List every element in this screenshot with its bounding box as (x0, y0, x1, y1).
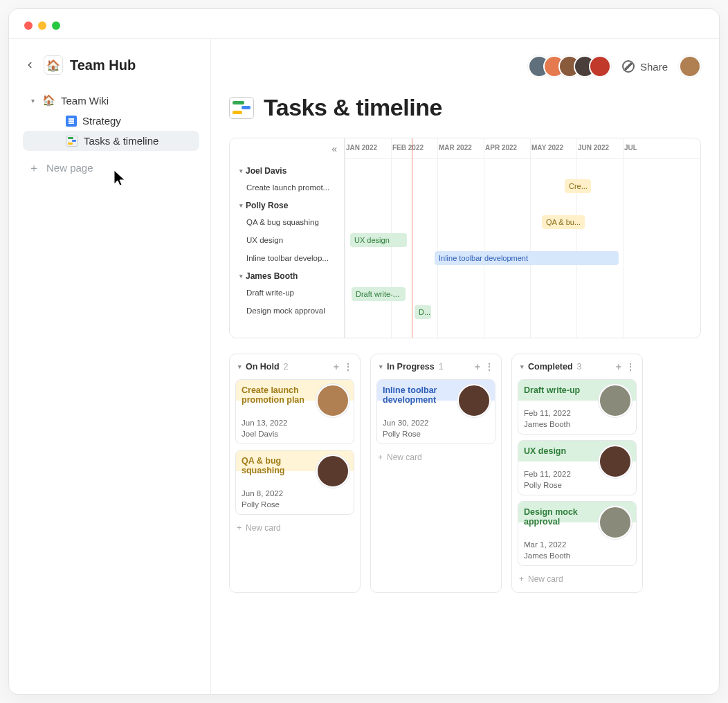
plus-icon: ＋ (28, 163, 39, 174)
timeline-task-row: UX design (345, 231, 700, 249)
timeline-task-label[interactable]: UX design (239, 231, 338, 249)
timeline-icon (229, 97, 254, 119)
board-column: ▾In Progress1+⋮Inline toolbar developmen… (370, 354, 502, 593)
board-card[interactable]: QA & bug squashingJun 8, 2022Polly Rose (235, 450, 354, 515)
close-icon[interactable] (24, 21, 33, 30)
card-assignee: Joel Davis (242, 430, 348, 438)
avatar-stack[interactable] (535, 55, 611, 77)
tree-label: Tasks & timeline (84, 135, 158, 147)
timeline-task-label[interactable]: Inline toolbar develop... (239, 249, 338, 267)
timeline-month: FEB 2022 (391, 138, 437, 158)
chevron-down-icon: ▾ (28, 96, 37, 104)
add-card-icon[interactable]: + (616, 361, 621, 372)
timeline-gantt[interactable]: JAN 2022FEB 2022MAR 2022APR 2022MAY 2022… (345, 138, 700, 338)
sidebar-item-strategy[interactable]: Strategy (23, 111, 199, 131)
board-title: Completed (528, 362, 573, 372)
timeline-bar[interactable]: Cre... (565, 179, 591, 193)
current-user-avatar[interactable] (679, 55, 701, 77)
board-count: 3 (577, 362, 582, 372)
timeline-task-label[interactable]: Design mock approval (239, 302, 338, 320)
card-assignee: Polly Rose (242, 500, 348, 509)
more-icon[interactable]: ⋮ (626, 361, 635, 372)
hub-icon: 🏠 (44, 55, 63, 75)
timeline-month: JUN 2022 (576, 138, 623, 158)
chevron-down-icon: ▾ (238, 363, 242, 370)
timeline-group-label: James Booth (246, 271, 298, 281)
board-header[interactable]: ▾In Progress1+⋮ (376, 360, 495, 374)
plus-icon: + (519, 574, 524, 584)
share-button[interactable]: Share (622, 60, 668, 73)
timeline-bar[interactable]: Inline toolbar development (435, 251, 619, 265)
timeline-month: MAY 2022 (530, 138, 576, 158)
board-header[interactable]: ▾On Hold2+⋮ (235, 360, 354, 374)
board-header[interactable]: ▾Completed3+⋮ (518, 360, 637, 374)
timeline-group[interactable]: ▾Joel Davis (239, 166, 338, 176)
today-line (412, 138, 412, 338)
timeline-task-row: Cre... (345, 177, 700, 195)
sidebar-tree: ▾ 🏠 Team Wiki Strategy Tasks & timeline … (23, 90, 199, 178)
chevron-down-icon: ▾ (379, 363, 383, 370)
card-date: Jun 13, 2022 (242, 419, 348, 427)
minimize-icon[interactable] (38, 21, 46, 30)
board-column: ▾Completed3+⋮Draft write-upFeb 11, 2022J… (511, 354, 643, 593)
timeline-bar[interactable]: D... (415, 305, 431, 319)
timeline-group[interactable]: ▾James Booth (239, 271, 338, 281)
timeline-sidebar: « ▾Joel DavisCreate launch promot...▾Pol… (230, 138, 345, 338)
share-label: Share (640, 61, 668, 73)
more-icon[interactable]: ⋮ (343, 361, 353, 372)
house-icon: 🏠 (42, 94, 55, 107)
board-card[interactable]: Create launch promotion planJun 13, 2022… (235, 379, 354, 444)
new-card-button[interactable]: +New card (376, 450, 495, 465)
board-card[interactable]: Inline toolbar developmentJun 30, 2022Po… (376, 379, 495, 444)
sidebar-item-team-wiki[interactable]: ▾ 🏠 Team Wiki (23, 90, 199, 111)
plus-icon: + (237, 523, 242, 533)
timeline-bar[interactable]: UX design (350, 233, 407, 247)
avatar[interactable] (589, 55, 611, 77)
kanban-boards: ▾On Hold2+⋮Create launch promotion planJ… (229, 354, 701, 593)
card-date: Feb 11, 2022 (524, 409, 630, 417)
add-card-icon[interactable]: + (334, 361, 339, 372)
board-card[interactable]: UX designFeb 11, 2022Polly Rose (518, 440, 637, 495)
plus-icon: + (378, 453, 383, 462)
maximize-icon[interactable] (52, 21, 60, 30)
new-page-label: New page (46, 162, 93, 174)
page-title-row: Tasks & timeline (229, 94, 701, 121)
chevron-down-icon: ▾ (239, 273, 243, 280)
card-title: Design mock approval (524, 507, 630, 527)
add-card-icon[interactable]: + (475, 361, 480, 372)
timeline-month: JAN 2022 (345, 138, 391, 158)
card-title: Draft write-up (524, 385, 630, 395)
app-window: 🏠 Team Hub ▾ 🏠 Team Wiki Strategy Tasks … (8, 8, 720, 695)
tree-label: Team Wiki (61, 95, 109, 107)
card-date: Mar 1, 2022 (524, 540, 630, 549)
collapse-sidebar-button[interactable]: « (331, 143, 337, 154)
chevron-down-icon: ▾ (239, 202, 243, 209)
timeline-bar[interactable]: QA & bu... (542, 215, 585, 229)
back-button[interactable] (23, 58, 37, 72)
new-card-label: New card (387, 453, 422, 462)
timeline-group-label: Polly Rose (246, 201, 288, 210)
board-card[interactable]: Draft write-upFeb 11, 2022James Booth (518, 379, 637, 435)
globe-icon (622, 60, 635, 73)
card-date: Feb 11, 2022 (524, 470, 630, 478)
timeline-task-label[interactable]: Draft write-up (239, 284, 338, 302)
card-date: Jun 30, 2022 (383, 419, 489, 427)
board-card[interactable]: Design mock approvalMar 1, 2022James Boo… (518, 501, 637, 566)
timeline-rows: Cre...QA & bu...UX designInline toolbar … (345, 159, 700, 321)
new-card-button[interactable]: +New card (518, 572, 637, 587)
new-page-button[interactable]: ＋ New page (23, 158, 199, 178)
new-card-button[interactable]: +New card (235, 520, 354, 536)
timeline-task-label[interactable]: QA & bug squashing (239, 213, 338, 231)
timeline-group[interactable]: ▾Polly Rose (239, 201, 338, 210)
timeline-group-label: Joel Davis (246, 166, 286, 176)
timeline-task-row: D... (345, 303, 700, 321)
card-date: Jun 8, 2022 (242, 489, 348, 497)
timeline-bar[interactable]: Draft write-... (352, 287, 406, 301)
timeline-task-label[interactable]: Create launch promot... (239, 179, 338, 197)
new-card-label: New card (246, 523, 281, 533)
sidebar-item-tasks-timeline[interactable]: Tasks & timeline (23, 131, 199, 151)
page-title: Tasks & timeline (264, 94, 442, 121)
board-title: On Hold (246, 362, 280, 372)
topbar: Share (229, 51, 701, 82)
more-icon[interactable]: ⋮ (484, 361, 494, 372)
